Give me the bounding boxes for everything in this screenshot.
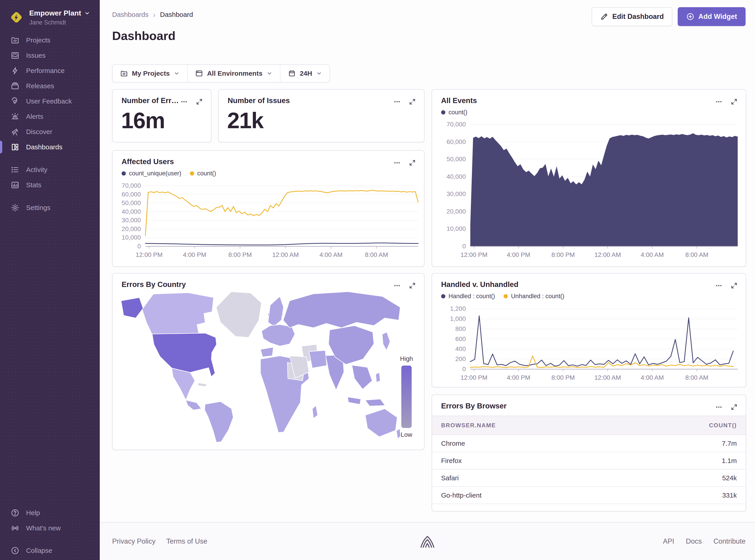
legend-item[interactable]: Unhandled : count(): [504, 293, 564, 300]
sidebar-bottom: Help What's new Collapse: [0, 505, 100, 558]
contribute-link[interactable]: Contribute: [713, 537, 746, 545]
sidebar-item-performance[interactable]: Performance: [0, 63, 100, 78]
expand-icon[interactable]: [409, 159, 416, 166]
sidebar-item-settings[interactable]: Settings: [0, 200, 100, 215]
widget-menu-icon[interactable]: [393, 159, 401, 166]
map-region: [121, 298, 143, 318]
expand-icon[interactable]: [731, 98, 738, 105]
privacy-policy-link[interactable]: Privacy Policy: [112, 537, 155, 545]
sidebar-item-activity[interactable]: Activity: [0, 162, 100, 177]
map-legend-high-label: High: [400, 355, 413, 362]
breadcrumb-current: Dashboard: [160, 11, 193, 18]
sidebar-item-user-feedback[interactable]: User Feedback: [0, 94, 100, 109]
legend-dot-icon: [441, 110, 445, 115]
calendar-icon: [288, 69, 296, 77]
y-axis-label: 10,000: [121, 234, 141, 241]
legend-item[interactable]: count_unique(user): [121, 170, 181, 177]
legend-item[interactable]: count(): [190, 170, 216, 177]
y-axis-label: 60,000: [121, 191, 141, 198]
sidebar-item-releases[interactable]: Releases: [0, 78, 100, 94]
sidebar-item-discover[interactable]: Discover: [0, 124, 100, 139]
x-axis-label: 8:00 AM: [365, 251, 388, 258]
sidebar-item-help[interactable]: Help: [0, 505, 100, 520]
y-axis-label: 10,000: [446, 225, 466, 233]
edit-dashboard-button[interactable]: Edit Dashboard: [592, 7, 672, 26]
terms-of-use-link[interactable]: Terms of Use: [166, 537, 207, 545]
dashboards-icon: [11, 143, 19, 151]
org-name: Empower Plant: [29, 9, 81, 17]
x-axis-label: 8:00 AM: [685, 374, 709, 381]
widget-errors-by-browser: Errors By Browser BROWSER.NAME COUNT() C…: [432, 395, 746, 512]
docs-link[interactable]: Docs: [686, 537, 702, 545]
add-widget-button[interactable]: Add Widget: [678, 7, 746, 26]
stats-icon: [11, 181, 19, 189]
widget-handled-v-unhandled: Handled v. Unhandled Handled : count()Un…: [432, 273, 746, 387]
discover-icon: [11, 127, 19, 136]
broadcast-icon: [11, 524, 19, 533]
map-region: [186, 400, 201, 410]
sidebar-item-issues[interactable]: Issues: [0, 48, 100, 63]
sidebar-item-alerts[interactable]: Alerts: [0, 109, 100, 124]
legend-item[interactable]: count(): [441, 109, 467, 116]
sidebar-item-label: What's new: [26, 524, 61, 532]
legend-dot-icon: [441, 294, 445, 298]
environment-filter-label: All Environments: [207, 69, 263, 77]
y-axis-label: 600: [455, 336, 466, 343]
pencil-icon: [600, 13, 608, 21]
breadcrumb-dashboards[interactable]: Dashboards: [112, 11, 149, 18]
sidebar-item-label: Alerts: [26, 113, 43, 120]
api-link[interactable]: API: [663, 537, 674, 545]
browser-count: 1.1m: [722, 457, 737, 464]
org-switcher[interactable]: Empower Plant Jane Schmidt: [9, 9, 90, 26]
sidebar-collapse-button[interactable]: Collapse: [0, 543, 100, 558]
widget-title: Errors By Browser: [441, 402, 507, 410]
widget-menu-icon[interactable]: [715, 403, 722, 411]
sidebar-item-projects[interactable]: Projects: [0, 33, 100, 48]
releases-icon: [11, 82, 19, 90]
handled-unhandled-chart: 02004006008001,0001,20012:00 PM4:00 PM8:…: [470, 309, 738, 369]
sidebar-item-dashboards[interactable]: Dashboards: [0, 139, 100, 155]
browser-name: Go-http-client: [441, 492, 482, 499]
browser-name: Safari: [441, 474, 459, 482]
map-region: [268, 296, 284, 326]
chevron-down-icon: [174, 71, 179, 76]
widget-menu-icon[interactable]: [393, 98, 401, 105]
y-axis-label: 60,000: [446, 138, 466, 145]
projects-filter[interactable]: My Projects: [113, 65, 187, 82]
x-axis-label: 8:00 PM: [551, 374, 575, 381]
sidebar-item-stats[interactable]: Stats: [0, 177, 100, 193]
collapse-icon: [11, 546, 19, 555]
y-axis-label: 20,000: [121, 225, 141, 233]
projects-icon: [11, 36, 19, 44]
x-axis-label: 12:00 AM: [594, 251, 621, 258]
y-axis-label: 400: [455, 345, 466, 353]
sidebar-item-whats-new[interactable]: What's new: [0, 520, 100, 536]
map-legend-low-label: Low: [401, 431, 412, 438]
widget-menu-icon[interactable]: [180, 98, 188, 105]
map-region: [365, 399, 385, 406]
expand-icon[interactable]: [731, 282, 738, 289]
map-region: [312, 405, 318, 419]
expand-icon[interactable]: [409, 282, 416, 289]
sidebar-item-label: Dashboards: [26, 143, 62, 151]
expand-icon[interactable]: [409, 98, 416, 105]
x-axis-label: 4:00 PM: [507, 251, 530, 258]
help-icon: [11, 508, 19, 517]
y-axis-label: 800: [455, 325, 466, 333]
widget-menu-icon[interactable]: [715, 282, 722, 289]
widget-title: Affected Users: [121, 157, 174, 166]
date-range-filter[interactable]: 24H: [280, 65, 330, 82]
map-region: [382, 332, 390, 351]
legend-dot-icon: [121, 171, 126, 176]
window-icon: [195, 69, 203, 77]
map-region: [172, 368, 195, 400]
legend-item[interactable]: Handled : count(): [441, 293, 495, 300]
sentry-dashboard-app: Empower Plant Jane Schmidt Projects Issu…: [0, 0, 755, 560]
environment-filter[interactable]: All Environments: [187, 65, 280, 82]
expand-icon[interactable]: [731, 403, 738, 411]
widget-errors-by-country: Errors By Country: [112, 273, 424, 450]
x-axis-label: 4:00 PM: [183, 251, 206, 258]
x-axis-label: 12:00 PM: [136, 251, 163, 258]
expand-icon[interactable]: [196, 98, 203, 105]
widget-menu-icon[interactable]: [715, 98, 722, 105]
